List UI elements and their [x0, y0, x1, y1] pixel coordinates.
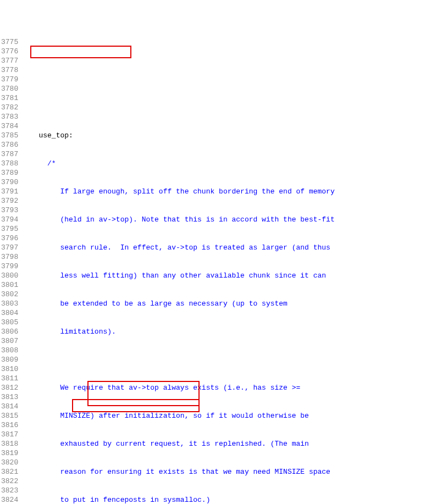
- line-number: 3822: [1, 477, 18, 486]
- line-number: 3793: [1, 206, 18, 215]
- line-number: 3790: [1, 178, 18, 187]
- line-number: 3817: [1, 430, 18, 439]
- line-number: 3775: [1, 37, 18, 47]
- line-number: 3791: [1, 187, 18, 196]
- code-line: If large enough, split off the chunk bor…: [21, 187, 442, 196]
- line-number: 3813: [1, 392, 18, 402]
- code-line: We require that av->top always exists (i…: [21, 383, 442, 392]
- line-number: 3795: [1, 224, 18, 234]
- line-number-gutter: 3775377637773778377937803781378237833784…: [0, 37, 21, 504]
- line-number: 3820: [1, 458, 18, 467]
- highlight-box-use-top: [30, 46, 131, 58]
- line-number: 3821: [1, 467, 18, 477]
- code-viewer: 3775377637773778377937803781378237833784…: [0, 37, 442, 504]
- line-number: 3792: [1, 196, 18, 206]
- line-number: 3819: [1, 448, 18, 458]
- code-area: use_top: /* If large enough, split off t…: [21, 37, 442, 504]
- line-number: 3781: [1, 93, 18, 103]
- code-line: /*: [21, 159, 442, 168]
- line-number: 3787: [1, 149, 18, 159]
- comment: MINSIZE) after initialization, so if it …: [21, 412, 309, 420]
- line-number: 3811: [1, 374, 18, 383]
- line-number: 3804: [1, 308, 18, 318]
- line-number: 3808: [1, 346, 18, 355]
- code-line: reason for ensuring it exists is that we…: [21, 467, 442, 477]
- comment: search rule. In effect, av->top is treat…: [21, 243, 330, 252]
- line-number: 3797: [1, 243, 18, 252]
- code-line: exhausted by current request, it is repl…: [21, 439, 442, 448]
- label-use-top: use_top:: [21, 131, 73, 140]
- code-line: less well fitting) than any other availa…: [21, 271, 442, 280]
- line-number: 3806: [1, 327, 18, 336]
- line-number: 3778: [1, 65, 18, 75]
- code-line: MINSIZE) after initialization, so if it …: [21, 411, 442, 420]
- line-number: 3780: [1, 84, 18, 93]
- line-number: 3823: [1, 486, 18, 495]
- line-number: 3786: [1, 140, 18, 149]
- code-line: (held in av->top). Note that this is in …: [21, 215, 442, 224]
- line-number: 3798: [1, 252, 18, 262]
- line-number: 3777: [1, 56, 18, 65]
- comment: If large enough, split off the chunk bor…: [21, 187, 335, 196]
- line-number: 3801: [1, 280, 18, 290]
- line-number: 3816: [1, 420, 18, 430]
- line-number: 3788: [1, 159, 18, 168]
- code-line: [21, 103, 442, 112]
- comment: reason for ensuring it exists is that we…: [21, 468, 330, 476]
- line-number: 3789: [1, 168, 18, 178]
- line-number: 3783: [1, 112, 18, 121]
- line-number: 3807: [1, 336, 18, 346]
- comment: to put in fenceposts in sysmalloc.): [21, 496, 210, 504]
- line-number: 3814: [1, 402, 18, 411]
- line-number: 3802: [1, 290, 18, 299]
- line-number: 3782: [1, 103, 18, 112]
- line-number: 3805: [1, 318, 18, 327]
- line-number: 3784: [1, 121, 18, 131]
- line-number: 3794: [1, 215, 18, 224]
- code-line: search rule. In effect, av->top is treat…: [21, 243, 442, 252]
- line-number: 3803: [1, 299, 18, 308]
- comment: be extended to be as large as necessary …: [21, 300, 288, 308]
- line-number: 3815: [1, 411, 18, 420]
- highlight-box-malloc-consolidate: [72, 399, 200, 412]
- line-number: 3796: [1, 234, 18, 243]
- comment: exhausted by current request, it is repl…: [21, 440, 309, 448]
- code-line: use_top:: [21, 131, 442, 140]
- comment: (held in av->top). Note that this is in …: [21, 215, 335, 224]
- line-number: 3779: [1, 75, 18, 84]
- line-number: 3818: [1, 439, 18, 448]
- comment: less well fitting) than any other availa…: [21, 272, 326, 280]
- line-number: 3799: [1, 262, 18, 271]
- comment: limitations).: [21, 328, 116, 336]
- line-number: 3812: [1, 383, 18, 392]
- line-number: 3810: [1, 364, 18, 374]
- code-line: be extended to be as large as necessary …: [21, 299, 442, 308]
- line-number: 3824: [1, 495, 18, 504]
- comment: /*: [21, 159, 56, 168]
- line-number: 3776: [1, 47, 18, 56]
- code-line: limitations).: [21, 327, 442, 336]
- line-number: 3809: [1, 355, 18, 364]
- code-line: to put in fenceposts in sysmalloc.): [21, 495, 442, 504]
- line-number: 3800: [1, 271, 18, 280]
- line-number: 3785: [1, 131, 18, 140]
- comment: We require that av->top always exists (i…: [21, 384, 300, 392]
- code-line: [21, 355, 442, 364]
